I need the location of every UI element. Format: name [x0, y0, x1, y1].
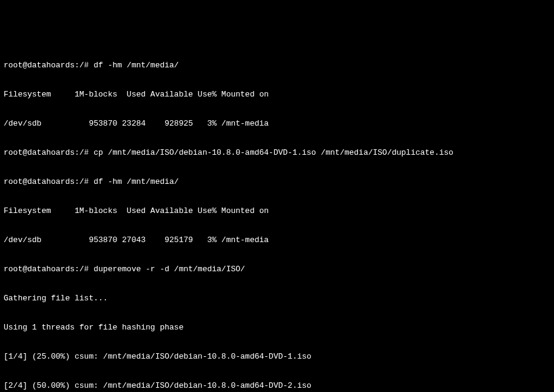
terminal-line: /dev/sdb 953870 23284 928925 3% /mnt-med…: [4, 119, 550, 129]
terminal-line: Filesystem 1M-blocks Used Available Use%…: [4, 90, 550, 100]
terminal-line: Filesystem 1M-blocks Used Available Use%…: [4, 206, 550, 216]
terminal-output[interactable]: root@datahoards:/# df -hm /mnt/media/ Fi…: [4, 41, 550, 392]
terminal-line: [2/4] (50.00%) csum: /mnt/media/ISO/debi…: [4, 381, 550, 391]
terminal-line: root@datahoards:/# duperemove -r -d /mnt…: [4, 265, 550, 274]
terminal-line: Gathering file list...: [4, 294, 550, 303]
terminal-line: root@datahoards:/# cp /mnt/media/ISO/deb…: [4, 148, 550, 158]
terminal-line: [1/4] (25.00%) csum: /mnt/media/ISO/debi…: [4, 352, 550, 362]
terminal-line: root@datahoards:/# df -hm /mnt/media/: [4, 177, 550, 187]
terminal-line: Using 1 threads for file hashing phase: [4, 323, 550, 333]
terminal-line: /dev/sdb 953870 27043 925179 3% /mnt-med…: [4, 235, 550, 245]
terminal-line: root@datahoards:/# df -hm /mnt/media/: [4, 61, 550, 70]
